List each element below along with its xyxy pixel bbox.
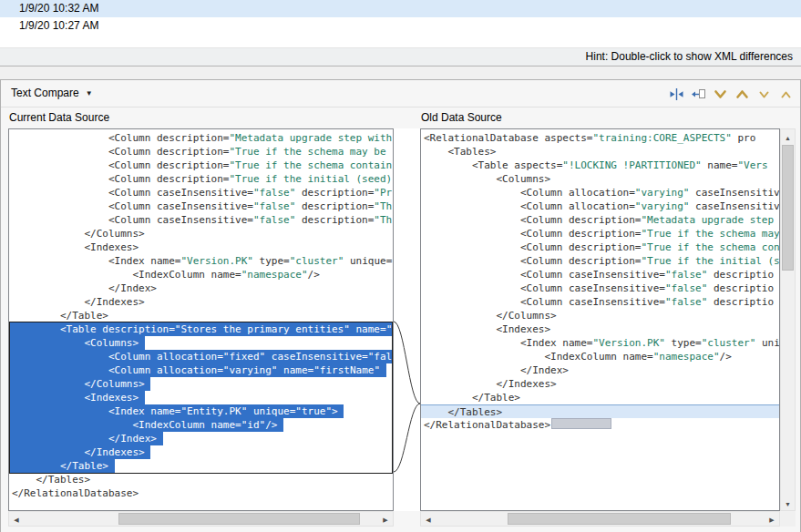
vertical-scroll-thumb[interactable] xyxy=(782,145,794,271)
code-line[interactable]: <IndexColumn name="namespace"/> xyxy=(12,268,393,281)
code-line[interactable]: <Indexes> xyxy=(9,391,145,404)
code-line[interactable]: </Table> xyxy=(9,459,115,473)
copy-current-change-button[interactable] xyxy=(687,84,709,104)
code-line[interactable]: <Table aspects="!LOCKING !PARTITIONED" n… xyxy=(424,159,779,172)
xml-markup: </Tables> xyxy=(424,406,502,418)
code-line[interactable]: <Column caseInsensitive="false" descript… xyxy=(12,213,393,227)
code-line[interactable]: <Column allocation="varying" caseInsensi… xyxy=(424,200,779,213)
scroll-left-arrow[interactable]: ◀ xyxy=(9,512,24,526)
compare-mode-dropdown[interactable]: Text Compare▼ xyxy=(11,87,93,99)
xml-attribute-value: "Entity.PK" xyxy=(180,405,247,417)
xml-attribute-value: "id" xyxy=(241,419,266,431)
history-row-label: 1/9/20 10:27 AM xyxy=(19,19,98,32)
xml-markup: <Column allocation= xyxy=(424,187,635,199)
code-line[interactable]: <Index name="Version.PK" type="cluster" … xyxy=(424,336,779,350)
xml-attribute-value: "!LOCKING !PARTITIONED" xyxy=(562,159,701,171)
xml-markup: <Tables> xyxy=(424,146,496,158)
current-source-editor[interactable]: <Column description="Metadata upgrade st… xyxy=(8,128,394,511)
code-line[interactable]: <Column caseInsensitive="false" descript… xyxy=(424,295,779,309)
xml-attribute-value: " xyxy=(386,323,393,335)
code-line[interactable]: <Columns> xyxy=(424,172,779,186)
code-line[interactable]: <Table description="Stores the primary e… xyxy=(9,322,392,336)
compare-mode-label: Text Compare xyxy=(11,87,79,99)
code-line[interactable]: <Tables> xyxy=(424,145,779,159)
xml-markup: </Index> xyxy=(12,282,157,294)
next-difference-icon xyxy=(713,87,728,102)
copy-current-change-icon xyxy=(691,87,706,102)
code-line[interactable]: <Column description="True if the schema … xyxy=(12,159,393,172)
xml-markup: <IndexColumn name= xyxy=(424,351,653,363)
code-line[interactable]: <Index name="Version.PK" type="cluster" … xyxy=(12,254,393,268)
code-line[interactable]: </Indexes> xyxy=(12,295,393,309)
code-line[interactable]: <Column caseInsensitive="false" descript… xyxy=(12,186,393,200)
history-row[interactable]: 1/9/20 10:27 AM xyxy=(0,17,801,35)
code-line[interactable]: </Tables> xyxy=(12,473,393,486)
code-line[interactable]: </Indexes> xyxy=(424,377,779,391)
code-line[interactable]: </Columns> xyxy=(9,377,150,391)
code-line[interactable]: </Columns> xyxy=(12,227,393,240)
code-line[interactable]: </Index> xyxy=(9,432,163,445)
vertical-scrollbar[interactable]: ▲ ▼ xyxy=(780,128,796,511)
left-horizontal-scrollbar[interactable]: ◀ ▶ xyxy=(8,511,394,527)
code-line[interactable]: </Index> xyxy=(424,363,779,377)
code-line[interactable]: <Column allocation="fixed" caseInsensiti… xyxy=(9,350,392,363)
xml-markup: </Index> xyxy=(424,364,569,376)
code-line[interactable]: </Columns> xyxy=(424,309,779,322)
xml-attribute-value: "false" xyxy=(665,269,707,281)
arrow-up-icon: ▲ xyxy=(785,135,791,141)
scroll-right-arrow[interactable]: ▶ xyxy=(765,512,779,526)
next-difference-button[interactable] xyxy=(709,84,731,104)
code-line[interactable]: <Index name="Entity.PK" unique="true"> xyxy=(9,404,344,418)
previous-change-button[interactable] xyxy=(775,84,796,104)
code-line[interactable]: </Index> xyxy=(12,281,393,295)
scroll-left-arrow[interactable]: ◀ xyxy=(421,512,436,526)
code-line[interactable]: <Column description="True if the schema … xyxy=(424,240,779,254)
xml-attribute-value: "Version.PK" xyxy=(180,255,252,267)
code-line[interactable]: <Column description="True if the initial… xyxy=(424,254,779,268)
code-line[interactable]: <Column description="Metadata upgrade st… xyxy=(424,213,779,227)
code-line[interactable]: <RelationalDatabase aspects="training:CO… xyxy=(424,131,779,145)
code-line[interactable]: </RelationalDatabase> xyxy=(424,418,779,432)
code-line[interactable]: <Column allocation="varying" caseInsensi… xyxy=(424,186,779,200)
scroll-down-arrow[interactable]: ▼ xyxy=(781,496,795,510)
xml-markup: type= xyxy=(665,337,702,349)
code-line[interactable]: <Column caseInsensitive="false" descript… xyxy=(424,268,779,281)
xml-markup: description= xyxy=(295,214,374,226)
history-row[interactable]: 1/9/20 10:32 AM xyxy=(0,0,801,17)
horizontal-scroll-thumb[interactable] xyxy=(508,513,731,525)
code-line[interactable]: <Columns> xyxy=(9,336,145,350)
swap-sides-button[interactable] xyxy=(665,84,687,104)
scroll-up-arrow[interactable]: ▲ xyxy=(781,129,795,144)
code-line[interactable]: </Table> xyxy=(424,391,779,404)
code-line[interactable]: <Column description="True if the schema … xyxy=(424,227,779,240)
previous-difference-button[interactable] xyxy=(731,84,753,104)
xml-markup: </Indexes> xyxy=(12,446,150,458)
code-line[interactable]: <Indexes> xyxy=(424,322,779,336)
old-source-editor[interactable]: <RelationalDatabase aspects="training:CO… xyxy=(420,128,780,511)
xml-markup: <Column description= xyxy=(424,241,641,253)
code-line[interactable]: <Column description="True if the schema … xyxy=(12,145,393,159)
code-line[interactable]: <Column caseInsensitive="false" descript… xyxy=(424,281,779,295)
code-line[interactable]: <Indexes> xyxy=(12,240,393,254)
code-line[interactable]: </RelationalDatabase> xyxy=(12,486,393,500)
scroll-right-arrow[interactable]: ▶ xyxy=(378,512,393,526)
code-line[interactable]: <Column allocation="varying" name="first… xyxy=(9,363,386,377)
xml-attribute-value: "True if the schema may be xyxy=(229,146,392,158)
xml-markup: </RelationalDatabase> xyxy=(424,419,550,431)
xml-markup: <Indexes> xyxy=(12,392,145,404)
code-line[interactable]: </Table> xyxy=(12,309,393,322)
code-lines: <RelationalDatabase aspects="training:CO… xyxy=(421,129,779,510)
code-line[interactable]: <Column description="Metadata upgrade st… xyxy=(12,131,393,145)
code-line[interactable]: </Tables> xyxy=(421,404,779,418)
xml-markup: <Column caseInsensitive= xyxy=(12,214,253,226)
right-horizontal-scrollbar[interactable]: ◀ ▶ xyxy=(420,511,780,527)
xml-markup: <Indexes> xyxy=(12,241,139,253)
horizontal-scroll-thumb[interactable] xyxy=(118,513,360,525)
code-line[interactable]: <Column caseInsensitive="false" descript… xyxy=(12,200,393,213)
code-line[interactable]: <Column description="True if the initial… xyxy=(12,172,393,186)
code-line[interactable]: </Indexes> xyxy=(9,445,150,459)
xml-markup: caseInsensitiv xyxy=(689,187,779,199)
code-line[interactable]: <IndexColumn name="id"/> xyxy=(9,418,283,432)
code-line[interactable]: <IndexColumn name="namespace"/> xyxy=(424,350,779,363)
next-change-button[interactable] xyxy=(753,84,775,104)
